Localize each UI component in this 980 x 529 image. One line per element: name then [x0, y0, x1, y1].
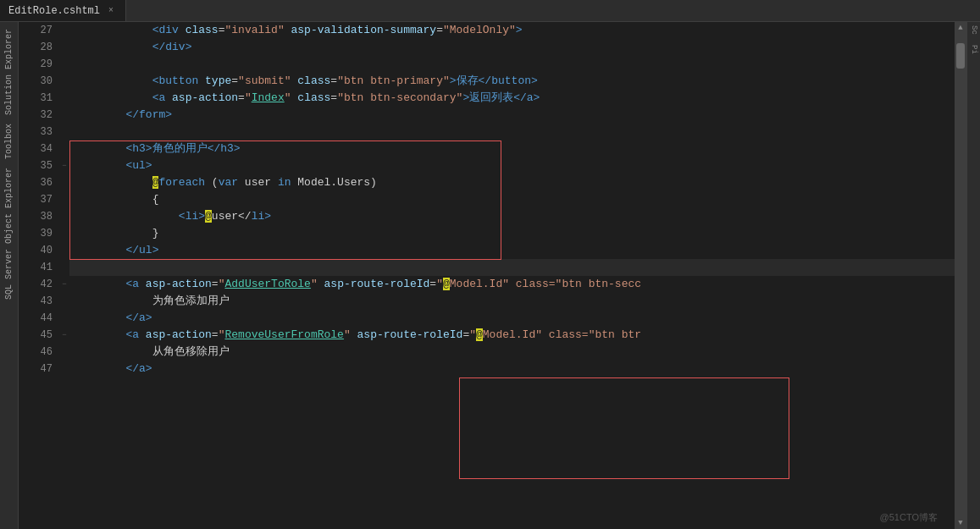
table-row: 28 </div> — [19, 39, 955, 56]
line-content: </a> — [69, 310, 955, 327]
fold-indicator[interactable] — [59, 39, 69, 56]
scroll-up-button[interactable]: ▲ — [955, 22, 966, 34]
line-content: { — [69, 191, 955, 208]
sidebar-item-toolbox[interactable]: Toolbox — [3, 120, 15, 163]
fold-indicator[interactable] — [59, 259, 69, 276]
line-number: 41 — [19, 259, 59, 276]
tab-bar: EditRole.cshtml × — [0, 0, 980, 22]
line-number: 31 — [19, 90, 59, 107]
fold-indicator[interactable] — [59, 208, 69, 225]
table-row: 31 <a asp-action="Index" class="btn btn-… — [19, 90, 955, 107]
line-number: 42 — [19, 276, 59, 293]
line-content — [69, 259, 955, 276]
line-number: 29 — [19, 56, 59, 73]
fold-indicator[interactable] — [59, 141, 69, 157]
fold-indicator[interactable] — [59, 73, 69, 90]
fold-indicator[interactable] — [59, 344, 69, 361]
sidebar-item-solution-explorer[interactable]: Solution Explorer — [3, 25, 15, 118]
tab-close-button[interactable]: × — [105, 5, 117, 17]
fold-indicator[interactable] — [59, 124, 69, 141]
main-area: Solution Explorer Toolbox SQL Server Obj… — [0, 22, 980, 529]
line-content: 为角色添加用户 — [69, 293, 955, 310]
line-number: 37 — [19, 191, 59, 208]
line-content: <button type="submit" class="btn btn-pri… — [69, 73, 955, 90]
fold-indicator[interactable] — [59, 90, 69, 107]
table-row: 33 — [19, 124, 955, 141]
fold-indicator[interactable] — [59, 22, 69, 39]
table-row: 32 </form> — [19, 107, 955, 124]
table-row: 35− <ul> — [19, 157, 955, 174]
table-row: 41 — [19, 259, 955, 276]
scrollbar[interactable]: ▼ ▲ — [955, 22, 966, 529]
table-row: 42− <a asp-action="AddUserToRole" asp-ro… — [19, 276, 955, 293]
code-container[interactable]: 27 <div class="invalid" asp-validation-s… — [19, 22, 955, 529]
watermark: @51CTO博客 — [880, 511, 938, 524]
table-row: 44 </a> — [19, 310, 955, 327]
table-row: 40 </ul> — [19, 242, 955, 259]
line-content: <a asp-action="Index" class="btn btn-sec… — [69, 90, 955, 107]
line-number: 47 — [19, 361, 59, 377]
line-content: <a asp-action="RemoveUserFromRole" asp-r… — [69, 327, 955, 344]
left-sidebar: Solution Explorer Toolbox SQL Server Obj… — [0, 22, 19, 529]
line-content: <ul> — [69, 157, 955, 174]
line-content: </a> — [69, 361, 955, 377]
fold-indicator[interactable]: − — [59, 157, 69, 174]
line-number: 32 — [19, 107, 59, 124]
line-number: 35 — [19, 157, 59, 174]
table-row: 27 <div class="invalid" asp-validation-s… — [19, 22, 955, 39]
scroll-thumb[interactable] — [956, 43, 965, 69]
tab-filename: EditRole.cshtml — [8, 5, 100, 17]
line-content: 从角色移除用户 — [69, 344, 955, 361]
line-number: 36 — [19, 174, 59, 191]
fold-indicator[interactable] — [59, 361, 69, 377]
editor-area: 27 <div class="invalid" asp-validation-s… — [19, 22, 955, 529]
line-content: <h3>角色的用户</h3> — [69, 141, 955, 157]
fold-indicator[interactable] — [59, 242, 69, 259]
line-content: @foreach (var user in Model.Users) — [69, 174, 955, 191]
table-row: 39 } — [19, 225, 955, 242]
fold-indicator[interactable] — [59, 107, 69, 124]
line-content — [69, 124, 955, 141]
line-number: 44 — [19, 310, 59, 327]
code-table: 27 <div class="invalid" asp-validation-s… — [19, 22, 955, 377]
line-content: <a asp-action="AddUserToRole" asp-route-… — [69, 276, 955, 293]
line-number: 46 — [19, 344, 59, 361]
right-panel: Sc Pi — [966, 22, 980, 529]
active-tab[interactable]: EditRole.cshtml × — [0, 0, 126, 21]
fold-indicator[interactable] — [59, 174, 69, 191]
table-row: 29 — [19, 56, 955, 73]
right-panel-sc[interactable]: Sc — [967, 22, 980, 38]
fold-indicator[interactable]: − — [59, 276, 69, 293]
scroll-down-button[interactable]: ▼ — [955, 517, 966, 529]
table-row: 43 为角色添加用户 — [19, 293, 955, 310]
table-row: 30 <button type="submit" class="btn btn-… — [19, 73, 955, 90]
line-number: 30 — [19, 73, 59, 90]
line-content: </form> — [69, 107, 955, 124]
line-number: 43 — [19, 293, 59, 310]
fold-indicator[interactable] — [59, 310, 69, 327]
table-row: 45− <a asp-action="RemoveUserFromRole" a… — [19, 327, 955, 344]
fold-indicator[interactable] — [59, 191, 69, 208]
right-panel-pi[interactable]: Pi — [967, 41, 980, 58]
table-row: 47 </a> — [19, 361, 955, 377]
line-number: 40 — [19, 242, 59, 259]
fold-indicator[interactable]: − — [59, 327, 69, 344]
line-number: 28 — [19, 39, 59, 56]
line-number: 27 — [19, 22, 59, 39]
table-row: 37 { — [19, 191, 955, 208]
sidebar-item-sql-explorer[interactable]: SQL Server Object Explorer — [3, 164, 15, 303]
fold-indicator[interactable] — [59, 293, 69, 310]
selection-box-2 — [459, 377, 789, 479]
line-number: 34 — [19, 141, 59, 157]
line-content — [69, 56, 955, 73]
fold-indicator[interactable] — [59, 225, 69, 242]
line-content: </div> — [69, 39, 955, 56]
fold-indicator[interactable] — [59, 56, 69, 73]
line-number: 33 — [19, 124, 59, 141]
line-number: 38 — [19, 208, 59, 225]
line-number: 39 — [19, 225, 59, 242]
table-row: 38 <li>@user</li> — [19, 208, 955, 225]
table-row: 46 从角色移除用户 — [19, 344, 955, 361]
line-number: 45 — [19, 327, 59, 344]
line-content: </ul> — [69, 242, 955, 259]
